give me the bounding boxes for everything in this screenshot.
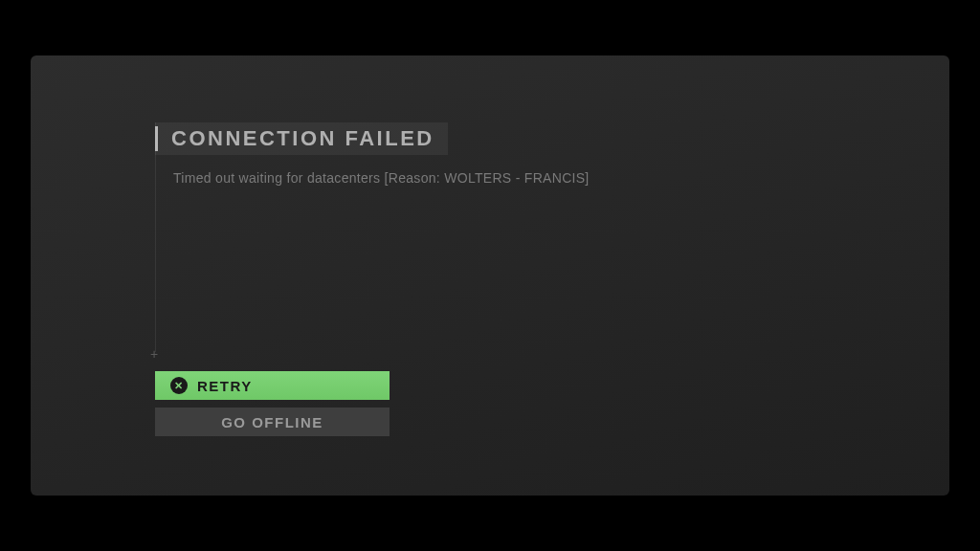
button-group: RETRY GO OFFLINE [155,371,949,436]
go-offline-button-label: GO OFFLINE [221,414,323,430]
dialog-content: CONNECTION FAILED Timed out waiting for … [155,122,949,352]
dialog-title: CONNECTION FAILED [171,126,434,151]
title-wrap: CONNECTION FAILED [155,122,448,155]
connection-failed-dialog: CONNECTION FAILED Timed out waiting for … [31,55,949,496]
retry-button[interactable]: RETRY [155,371,390,400]
error-message: Timed out waiting for datacenters [Reaso… [173,170,949,186]
go-offline-button[interactable]: GO OFFLINE [155,408,390,436]
title-accent-bar [155,126,158,151]
retry-button-label: RETRY [197,378,253,394]
plus-icon: + [150,347,158,361]
cross-icon [170,377,188,394]
